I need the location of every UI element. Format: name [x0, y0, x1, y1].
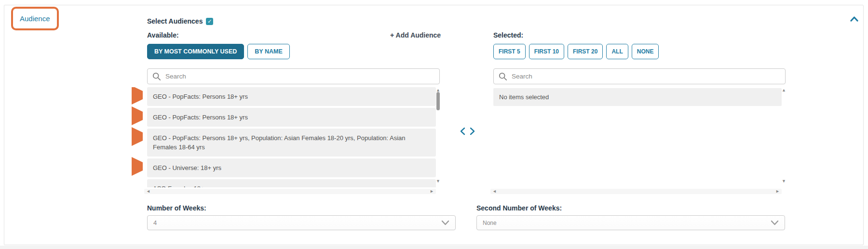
scroll-down-icon[interactable]: ▼: [782, 179, 786, 183]
available-list-vertical-scrollbar[interactable]: ▲ ▼: [436, 87, 441, 187]
commonly-used-flag-icon: [132, 106, 143, 125]
second-number-of-weeks-label: Second Number of Weeks:: [476, 204, 562, 212]
select-audiences-checkbox[interactable]: ✓: [206, 18, 213, 25]
audience-selection-page: Audience Select Audiences ✓ Available: +…: [0, 0, 868, 249]
scroll-down-icon[interactable]: ▼: [436, 179, 440, 183]
audience-option[interactable]: GEO - Universe: 18+ yrs: [147, 158, 436, 177]
list-item: GEO - PopFacts: Persons 18+ yrs, Populat…: [128, 129, 436, 157]
filter-by-name-button[interactable]: BY NAME: [247, 44, 289, 59]
audience-option[interactable]: GEO - PopFacts: Persons 18+ yrs: [147, 87, 436, 106]
select-first-5-button[interactable]: FIRST 5: [493, 44, 526, 59]
second-number-of-weeks-value: None: [483, 220, 497, 226]
commonly-used-flag-icon: [132, 87, 143, 105]
selected-quick-buttons: FIRST 5 FIRST 10 FIRST 20 ALL NONE: [493, 44, 659, 59]
available-label: Available:: [147, 31, 179, 39]
select-audiences-label: Select Audiences: [147, 17, 203, 25]
selected-search-box: [493, 68, 786, 84]
select-audiences-row: Select Audiences ✓: [147, 17, 213, 25]
commonly-used-flag-icon: [132, 127, 143, 146]
selected-label: Selected:: [493, 31, 523, 39]
list-item: ASO Females 18+: [128, 179, 436, 187]
move-right-icon[interactable]: [470, 127, 475, 135]
second-number-of-weeks-select[interactable]: None: [476, 215, 785, 230]
chevron-down-icon: [771, 220, 779, 225]
search-icon: [499, 72, 507, 81]
search-icon: [152, 72, 161, 81]
audience-option[interactable]: GEO - PopFacts: Persons 18+ yrs: [147, 108, 436, 127]
scroll-right-icon[interactable]: ►: [775, 189, 780, 194]
commonly-used-flag-icon: [132, 157, 143, 176]
scroll-right-icon[interactable]: ►: [430, 189, 434, 194]
chevron-down-icon: [441, 220, 449, 225]
audience-panel: Audience Select Audiences ✓ Available: +…: [4, 5, 864, 245]
add-audience-link[interactable]: + Add Audience: [390, 31, 441, 39]
selected-list-empty-state: No items selected: [493, 88, 782, 106]
number-of-weeks-label: Number of Weeks:: [147, 204, 206, 212]
scroll-up-icon[interactable]: ▲: [782, 88, 786, 92]
available-audience-list: GEO - PopFacts: Persons 18+ yrs GEO - Po…: [128, 87, 436, 187]
available-search-input[interactable]: [165, 73, 434, 80]
scroll-left-icon[interactable]: ◄: [492, 189, 497, 194]
audience-option[interactable]: GEO - PopFacts: Persons 18+ yrs, Populat…: [147, 129, 436, 157]
available-list-horizontal-scrollbar[interactable]: ◄ ►: [144, 189, 436, 194]
selected-list-vertical-scrollbar[interactable]: ▲ ▼: [782, 87, 787, 187]
select-first-10-button[interactable]: FIRST 10: [529, 44, 564, 59]
select-all-button[interactable]: ALL: [606, 44, 628, 59]
list-item: GEO - PopFacts: Persons 18+ yrs: [128, 87, 436, 106]
audience-option[interactable]: ASO Females 18+: [147, 179, 436, 187]
scroll-left-icon[interactable]: ◄: [146, 189, 150, 194]
number-of-weeks-value: 4: [153, 219, 157, 226]
section-label-text: Audience: [20, 14, 50, 23]
checkmark-icon: ✓: [207, 19, 212, 24]
filter-by-most-commonly-used-button[interactable]: BY MOST COMMONLY USED: [147, 44, 244, 59]
transfer-controls: [460, 127, 475, 135]
collapse-section-icon[interactable]: [850, 16, 858, 22]
number-of-weeks-select[interactable]: 4: [147, 215, 456, 230]
scrollbar-thumb[interactable]: [436, 92, 440, 110]
available-filter-buttons: BY MOST COMMONLY USED BY NAME: [147, 44, 290, 59]
move-left-icon[interactable]: [460, 127, 465, 135]
select-first-20-button[interactable]: FIRST 20: [568, 44, 603, 59]
available-search-box: [147, 68, 440, 84]
page-background-strip: [0, 246, 868, 249]
section-label-audience[interactable]: Audience: [11, 7, 59, 30]
selected-list-horizontal-scrollbar[interactable]: ◄ ►: [490, 189, 782, 194]
list-item: GEO - PopFacts: Persons 18+ yrs: [128, 108, 436, 127]
list-item: GEO - Universe: 18+ yrs: [128, 158, 436, 177]
selected-search-input[interactable]: [512, 73, 780, 80]
select-none-button[interactable]: NONE: [632, 44, 659, 59]
